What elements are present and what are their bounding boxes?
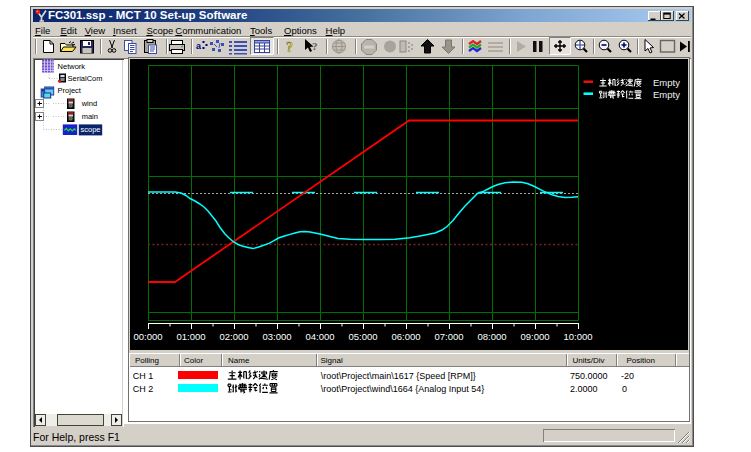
svg-text:03:000: 03:000 bbox=[262, 331, 291, 342]
svg-text:Empty: Empty bbox=[653, 77, 680, 88]
svg-text:02:000: 02:000 bbox=[219, 331, 248, 342]
svg-text:08:000: 08:000 bbox=[477, 331, 506, 342]
svg-text:09:000: 09:000 bbox=[520, 331, 549, 342]
svg-text:04:000: 04:000 bbox=[305, 331, 334, 342]
svg-text:07:000: 07:000 bbox=[434, 331, 463, 342]
svg-text:10:000: 10:000 bbox=[563, 331, 592, 342]
svg-text:?: ? bbox=[312, 40, 318, 52]
svg-text:06:000: 06:000 bbox=[391, 331, 420, 342]
svg-text:a: a bbox=[196, 41, 202, 51]
svg-text:05:000: 05:000 bbox=[348, 331, 377, 342]
svg-text:01:000: 01:000 bbox=[176, 331, 205, 342]
svg-text:Empty: Empty bbox=[653, 89, 680, 100]
svg-text:00:000: 00:000 bbox=[133, 331, 162, 342]
svg-text:?: ? bbox=[286, 40, 293, 55]
